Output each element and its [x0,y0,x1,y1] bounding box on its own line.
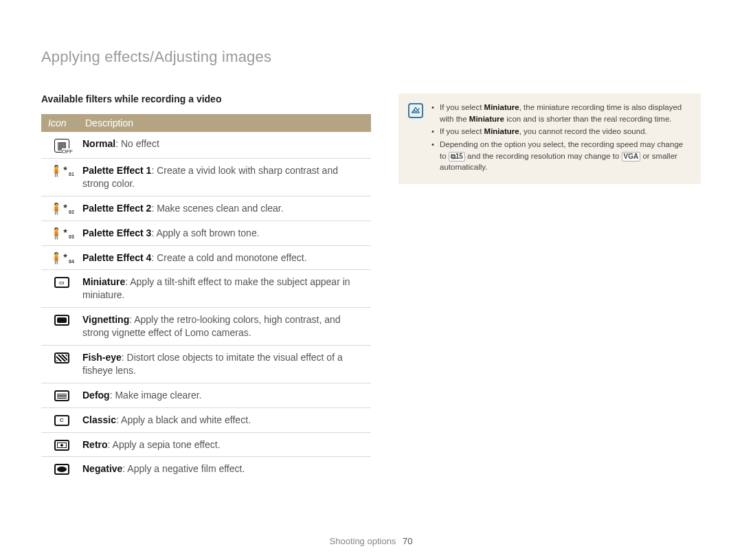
table-body: ▦OFF Normal: No effect 🧍★01 Palette Effe… [41,132,371,481]
info-column: If you select Miniature, the miniature r… [398,93,701,481]
table-row: ▦OFF Normal: No effect [41,132,371,159]
row-description: Defog: Make image clearer. [82,389,371,402]
row-description: Normal: No effect [82,137,371,150]
page-title: Applying effects/Adjusting images [41,48,701,66]
info-item: If you select Miniature, you cannot reco… [431,126,690,137]
table-row: 🧍★03 Palette Effect 3: Apply a soft brow… [41,221,371,246]
rec-speed-icon: ⧉15 [449,152,465,161]
table-row: Fish-eye: Distort close objects to imita… [41,346,371,383]
palette-2-icon: 🧍★02 [41,202,82,214]
vignetting-icon [41,313,82,326]
palette-1-icon: 🧍★01 [41,164,82,177]
classic-icon: C [41,414,82,426]
info-item: If you select Miniature, the miniature r… [431,102,690,124]
section-heading: Available filters while recording a vide… [41,93,371,104]
negative-icon [41,462,82,475]
fisheye-icon [41,351,82,363]
th-icon: Icon [41,117,82,128]
palette-3-icon: 🧍★03 [41,227,82,239]
row-description: Palette Effect 4: Create a cold and mono… [82,251,371,265]
table-row: 🧍★02 Palette Effect 2: Make scenes clean… [41,197,371,221]
row-description: Miniature: Apply a tilt-shift effect to … [82,276,371,302]
info-note-icon [408,103,423,118]
table-row: Vignetting: Apply the retro-looking colo… [41,308,371,346]
filters-table-column: Available filters while recording a vide… [41,93,371,481]
defog-icon [41,389,82,401]
row-description: Retro: Apply a sepia tone effect. [82,438,371,451]
table-row: Retro: Apply a sepia tone effect. [41,433,371,458]
row-description: Negative: Apply a negative film effect. [82,462,371,475]
vga-icon: VGA [622,152,641,161]
table-row: ▭ Miniature: Apply a tilt-shift effect t… [41,270,371,308]
retro-icon [41,438,82,451]
table-row: Defog: Make image clearer. [41,383,371,408]
row-description: Palette Effect 3: Apply a soft brown ton… [82,227,371,240]
info-list: If you select Miniature, the miniature r… [431,102,690,175]
page-footer: Shooting options 70 [0,536,742,546]
info-box: If you select Miniature, the miniature r… [398,93,701,184]
normal-off-icon: ▦OFF [41,137,82,153]
palette-4-icon: 🧍★04 [41,251,82,264]
footer-section: Shooting options [330,536,396,546]
row-description: Palette Effect 1: Create a vivid look wi… [82,164,371,190]
table-header: Icon Description [41,114,371,132]
table-row: 🧍★01 Palette Effect 1: Create a vivid lo… [41,159,371,197]
row-description: Palette Effect 2: Make scenes clean and … [82,202,371,215]
footer-page-number: 70 [403,536,412,546]
row-description: Fish-eye: Distort close objects to imita… [82,351,371,377]
info-item: Depending on the option you select, the … [431,139,690,173]
miniature-icon: ▭ [41,276,82,288]
th-description: Description [82,117,371,128]
table-row: C Classic: Apply a black and white effec… [41,408,371,433]
table-row: Negative: Apply a negative film effect. [41,457,371,481]
table-row: 🧍★04 Palette Effect 4: Create a cold and… [41,246,371,271]
row-description: Vignetting: Apply the retro-looking colo… [82,313,371,339]
row-description: Classic: Apply a black and white effect. [82,414,371,427]
